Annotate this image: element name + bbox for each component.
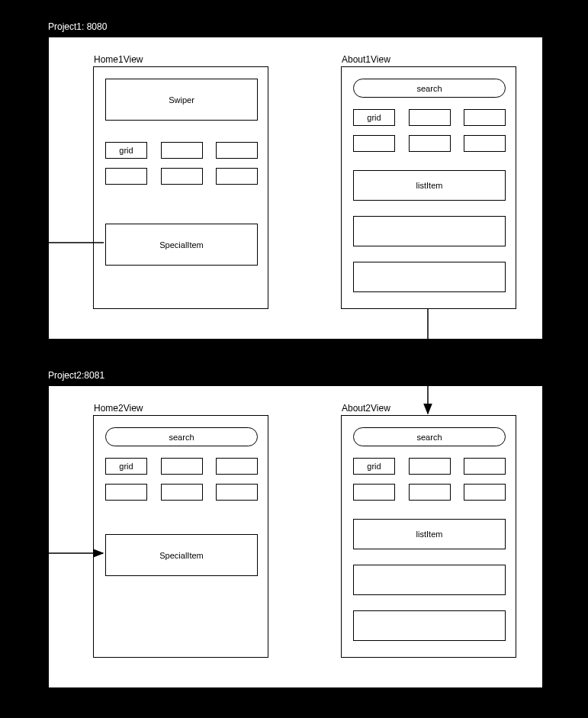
project1-box: Home1View Swiper grid SpecialItem About1… (48, 37, 543, 340)
grid-cell (409, 484, 451, 501)
list-item-box (353, 610, 506, 641)
grid-cell (105, 484, 147, 501)
grid-cell: grid (105, 142, 147, 159)
about1-title: About1View (342, 54, 390, 65)
grid-cell (161, 458, 203, 475)
home2-view: Home2View search grid SpecialItem (93, 415, 268, 658)
grid-cell (464, 135, 506, 152)
grid-cell (353, 135, 395, 152)
grid-cell (409, 109, 451, 126)
home1-view: Home1View Swiper grid SpecialItem (93, 66, 268, 309)
grid-cell (464, 458, 506, 475)
grid-cell (161, 484, 203, 501)
list-item-box (353, 565, 506, 595)
about1-view: About1View search grid listItem (341, 66, 516, 309)
grid-cell: grid (353, 109, 395, 126)
swiper-box: Swiper (105, 79, 258, 121)
search-pill: search (105, 427, 258, 446)
list-item-box: listItem (353, 519, 506, 549)
about2-view: About2View search grid listItem (341, 415, 516, 658)
home2-title: Home2View (94, 403, 143, 414)
grid-cell (161, 142, 203, 159)
grid-cell (216, 142, 258, 159)
grid-cell: grid (353, 458, 395, 475)
grid-cell: grid (105, 458, 147, 475)
home1-title: Home1View (94, 54, 143, 65)
list-item-box: listItem (353, 170, 506, 201)
grid-cell (216, 168, 258, 185)
search-pill: search (353, 427, 506, 446)
grid-cell (161, 168, 203, 185)
list-item-box (353, 262, 506, 292)
grid-cell (409, 135, 451, 152)
grid-cell (353, 484, 395, 501)
special-item-box: SpecialItem (105, 534, 258, 576)
search-pill: search (353, 79, 506, 98)
about2-title: About2View (342, 403, 390, 414)
grid-cell (105, 168, 147, 185)
project1-label: Project1: 8080 (48, 21, 107, 32)
grid-cell (216, 458, 258, 475)
list-item-box (353, 216, 506, 246)
grid-cell (409, 458, 451, 475)
project2-box: Home2View search grid SpecialItem About2… (48, 385, 543, 688)
grid-cell (464, 109, 506, 126)
grid-cell (216, 484, 258, 501)
project2-label: Project2:8081 (48, 370, 104, 381)
special-item-box: SpecialItem (105, 224, 258, 266)
diagram-canvas: Project1: 8080 Home1View Swiper grid Spe… (0, 0, 588, 718)
grid-cell (464, 484, 506, 501)
